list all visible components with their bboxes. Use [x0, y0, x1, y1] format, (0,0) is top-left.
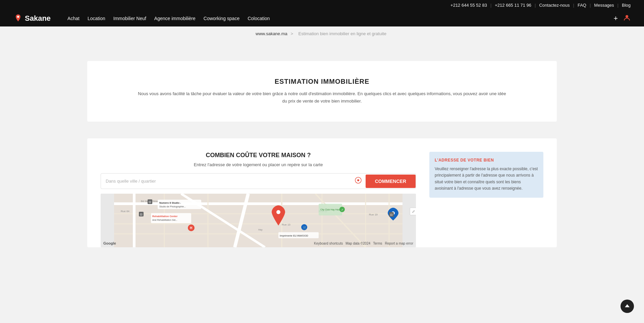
- sep1: |: [490, 3, 491, 8]
- svg-text:⤢: ⤢: [412, 209, 415, 213]
- nav-location[interactable]: Location: [88, 16, 105, 21]
- info-box-title: L'ADRESSE DE VOTRE BIEN: [435, 158, 538, 163]
- google-label: Google: [103, 241, 116, 245]
- combien-section: COMBIEN COÛTE VOTRE MAISON ? Entrez l'ad…: [0, 132, 644, 261]
- info-box: L'ADRESSE DE VOTRE BIEN Veuillez renseig…: [429, 152, 543, 198]
- blog-link[interactable]: Blog: [622, 3, 631, 8]
- svg-point-41: [276, 210, 280, 214]
- logo-text: Sakane: [25, 14, 51, 23]
- sep2: |: [535, 3, 536, 8]
- search-pin-button[interactable]: [351, 174, 366, 189]
- logo-icon: [13, 14, 23, 23]
- svg-point-0: [17, 16, 19, 18]
- svg-text:✓: ✓: [341, 208, 344, 211]
- phone1: +212 644 55 52 83: [450, 3, 487, 8]
- svg-text:Rue 13: Rue 13: [282, 223, 290, 226]
- add-button[interactable]: +: [613, 15, 618, 22]
- svg-text:Hay: Hay: [258, 229, 263, 231]
- map-container: Rue 64 Bd Ibnou Sina Rue 12 Rue 19 Rue 1…: [101, 194, 416, 247]
- sep3: |: [573, 3, 574, 8]
- combien-subtitle: Entrez l'adresse de votre logement ou pl…: [101, 162, 416, 167]
- keyboard-shortcuts[interactable]: Keyboard shortcuts: [314, 242, 343, 245]
- city-search-input[interactable]: [101, 175, 351, 188]
- svg-text:H: H: [190, 226, 192, 230]
- combien-inner: COMBIEN COÛTE VOTRE MAISON ? Entrez l'ad…: [87, 138, 557, 247]
- info-box-text: Veuillez renseigner l'adresse la plus ex…: [435, 166, 538, 192]
- estimation-section: ESTIMATION IMMOBILIÈRE Nous vous avons f…: [87, 61, 557, 122]
- svg-text:⊟: ⊟: [149, 200, 151, 204]
- top-bar: +212 644 55 52 83 | +212 665 11 71 96 | …: [0, 0, 644, 10]
- combien-left: COMBIEN COÛTE VOTRE MAISON ? Entrez l'ad…: [101, 152, 416, 247]
- hero-section: ESTIMATION IMMOBILIÈRE Nous vous avons f…: [0, 41, 644, 132]
- svg-text:⊟: ⊟: [390, 213, 393, 216]
- svg-text:Numero 8 Studio -: Numero 8 Studio -: [159, 201, 181, 204]
- phone2: +212 665 11 71 96: [495, 3, 531, 8]
- breadcrumb-current: Estimation bien immobilier en ligne et g…: [299, 31, 386, 36]
- commencer-button[interactable]: COMMENCER: [366, 175, 416, 188]
- estimation-title: ESTIMATION IMMOBILIÈRE: [107, 78, 537, 85]
- sep5: |: [618, 3, 619, 8]
- map-report[interactable]: Report a map error: [385, 242, 413, 245]
- svg-text:Studio de Photographie...: Studio de Photographie...: [159, 205, 186, 208]
- map-data: Map data ©2024: [345, 242, 370, 245]
- main-nav: Sakane Achat Location Immobilier Neuf Ag…: [0, 10, 644, 26]
- breadcrumb-separator: >: [290, 31, 293, 36]
- svg-text:Rue 64: Rue 64: [121, 210, 129, 213]
- combien-title: COMBIEN COÛTE VOTRE MAISON ?: [101, 152, 416, 159]
- logo[interactable]: Sakane: [13, 14, 51, 23]
- svg-text:And Rehabilitation Sid...: And Rehabilitation Sid...: [152, 219, 177, 221]
- nav-colocation[interactable]: Colocation: [248, 16, 270, 21]
- svg-point-1: [626, 15, 628, 18]
- user-icon[interactable]: [623, 14, 631, 23]
- combien-right: L'ADRESSE DE VOTRE BIEN Veuillez renseig…: [429, 152, 543, 198]
- contactez-nous-link[interactable]: Contactez-nous: [539, 3, 570, 8]
- nav-agence-immobiliere[interactable]: Agence immobilière: [154, 16, 196, 21]
- faq-link[interactable]: FAQ: [578, 3, 586, 8]
- nav-coworking[interactable]: Coworking space: [204, 16, 239, 21]
- svg-text:Rehabilitation Center: Rehabilitation Center: [152, 215, 178, 218]
- map-svg: Rue 64 Bd Ibnou Sina Rue 12 Rue 19 Rue 1…: [101, 194, 416, 247]
- combien-layout: COMBIEN COÛTE VOTRE MAISON ? Entrez l'ad…: [101, 152, 543, 247]
- svg-text:⊟: ⊟: [140, 213, 143, 216]
- breadcrumb-home[interactable]: www.sakane.ma: [256, 31, 287, 36]
- breadcrumb: www.sakane.ma > Estimation bien immobili…: [0, 26, 644, 41]
- svg-text:Imprimerie ELYAWOOD: Imprimerie ELYAWOOD: [280, 234, 308, 237]
- svg-point-3: [357, 179, 359, 181]
- nav-links: Achat Location Immobilier Neuf Agence im…: [67, 16, 603, 21]
- map-footer: Keyboard shortcuts Map data ©2024 Terms …: [314, 242, 413, 245]
- estimation-description: Nous vous avons facilité la tâche pour é…: [138, 90, 506, 105]
- svg-text:Rue 19: Rue 19: [369, 213, 378, 216]
- map-terms[interactable]: Terms: [373, 242, 382, 245]
- nav-achat[interactable]: Achat: [67, 16, 79, 21]
- nav-right: +: [613, 14, 631, 23]
- search-bar: COMMENCER: [101, 173, 416, 189]
- nav-immobilier-neuf[interactable]: Immobilier Neuf: [113, 16, 146, 21]
- svg-text:🛒: 🛒: [303, 225, 307, 230]
- sep4: |: [590, 3, 591, 8]
- messages-link[interactable]: Messages: [594, 3, 614, 8]
